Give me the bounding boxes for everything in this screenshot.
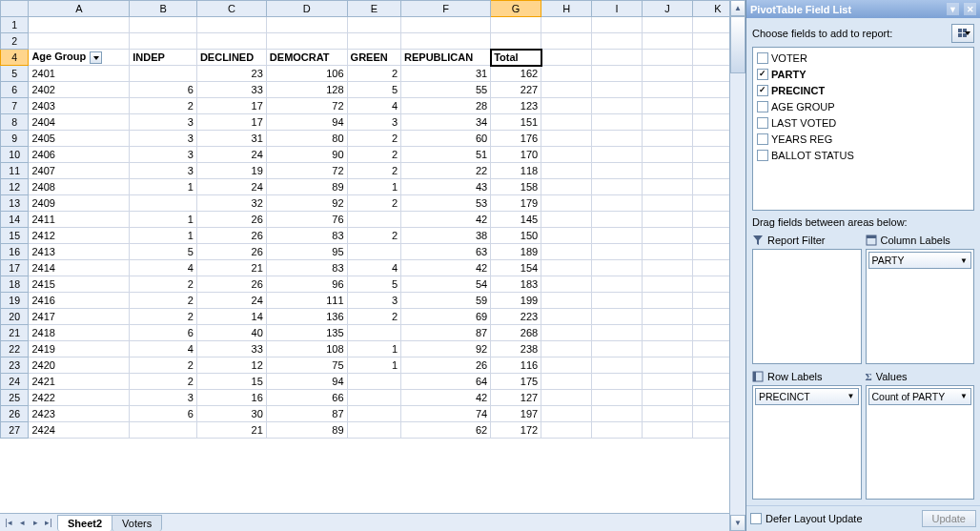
cell[interactable]: 116 [491, 357, 541, 374]
cell[interactable]: 64 [401, 374, 491, 390]
row-header[interactable]: 19 [1, 293, 29, 309]
cell[interactable]: 2404 [29, 114, 130, 131]
cell[interactable]: 17 [196, 98, 266, 114]
cell[interactable]: 2402 [29, 82, 130, 98]
cell[interactable] [643, 244, 693, 260]
cell[interactable] [692, 195, 729, 212]
row-header[interactable]: 8 [1, 114, 29, 131]
pane-dropdown-button[interactable]: ▼ [947, 3, 959, 15]
cell[interactable] [692, 422, 729, 439]
cell[interactable]: 24 [196, 293, 266, 309]
cell[interactable]: 33 [196, 341, 266, 357]
pivot-header-cell[interactable] [592, 50, 643, 66]
cell[interactable] [643, 341, 693, 357]
row-header[interactable]: 2 [1, 33, 29, 50]
cell[interactable]: 2407 [29, 163, 130, 179]
cell[interactable] [541, 244, 592, 260]
spreadsheet-grid[interactable]: ABCDEFGHIJK 124Age GroupINDEPDECLINEDDEM… [0, 0, 729, 439]
cell[interactable] [541, 82, 592, 98]
cell[interactable]: 90 [266, 147, 347, 163]
cell[interactable] [592, 212, 643, 228]
cell[interactable]: 145 [491, 212, 541, 228]
cell[interactable]: 2408 [29, 179, 130, 195]
cell[interactable]: 123 [491, 98, 541, 114]
cell[interactable] [541, 276, 592, 293]
cell[interactable] [643, 114, 693, 131]
cell[interactable] [643, 422, 693, 439]
scroll-thumb[interactable] [730, 16, 745, 73]
cell[interactable] [692, 341, 729, 357]
cell[interactable] [692, 325, 729, 341]
pivot-header-cell[interactable]: REPUBLICAN [401, 50, 491, 66]
cell[interactable]: 2414 [29, 260, 130, 276]
row-header[interactable]: 4 [1, 50, 29, 66]
cell[interactable]: 2424 [29, 422, 130, 439]
row-labels-area[interactable]: PRECINCT▼ [752, 385, 862, 500]
row-header[interactable]: 21 [1, 325, 29, 341]
pivot-header-cell[interactable] [643, 50, 693, 66]
cell[interactable] [643, 325, 693, 341]
cell[interactable] [130, 17, 197, 33]
field-item-voter[interactable]: VOTER [755, 50, 971, 66]
cell[interactable] [401, 17, 491, 33]
cell[interactable]: 2409 [29, 195, 130, 212]
cell[interactable]: 4 [130, 341, 197, 357]
cell[interactable] [347, 17, 400, 33]
cell[interactable]: 223 [491, 309, 541, 325]
row-header[interactable]: 13 [1, 195, 29, 212]
cell[interactable]: 199 [491, 293, 541, 309]
cell[interactable] [643, 293, 693, 309]
row-header[interactable]: 15 [1, 228, 29, 244]
cell[interactable]: 26 [401, 357, 491, 374]
area-field-chip[interactable]: PRECINCT▼ [755, 388, 859, 405]
cell[interactable] [592, 244, 643, 260]
sheet-tab-sheet2[interactable]: Sheet2 [57, 515, 112, 531]
cell[interactable]: 16 [196, 390, 266, 406]
cell[interactable]: 158 [491, 179, 541, 195]
cell[interactable] [347, 422, 400, 439]
cell[interactable]: 94 [266, 374, 347, 390]
cell[interactable]: 2416 [29, 293, 130, 309]
pivot-header-cell[interactable]: DEMOCRAT [266, 50, 347, 66]
cell[interactable]: 2 [347, 309, 400, 325]
cell[interactable] [592, 293, 643, 309]
row-header[interactable]: 20 [1, 309, 29, 325]
cell[interactable] [592, 163, 643, 179]
cell[interactable]: 2 [347, 228, 400, 244]
cell[interactable]: 2405 [29, 131, 130, 147]
row-header[interactable]: 14 [1, 212, 29, 228]
cell[interactable] [592, 114, 643, 131]
cell[interactable]: 96 [266, 276, 347, 293]
cell[interactable]: 2423 [29, 406, 130, 422]
column-header-F[interactable]: F [401, 1, 491, 17]
cell[interactable]: 2421 [29, 374, 130, 390]
cell[interactable]: 3 [347, 114, 400, 131]
field-list[interactable]: VOTER✓PARTY✓PRECINCTAGE GROUPLAST VOTEDY… [752, 47, 974, 211]
cell[interactable] [592, 309, 643, 325]
cell[interactable] [491, 33, 541, 50]
cell[interactable]: 6 [130, 82, 197, 98]
cell[interactable] [643, 131, 693, 147]
cell[interactable]: 2419 [29, 341, 130, 357]
cell[interactable] [643, 163, 693, 179]
cell[interactable]: 2 [130, 276, 197, 293]
cell[interactable]: 23 [196, 66, 266, 82]
tab-nav-first[interactable]: |◂ [2, 516, 15, 529]
cell[interactable] [266, 17, 347, 33]
cell[interactable] [541, 325, 592, 341]
cell[interactable] [643, 357, 693, 374]
cell[interactable] [541, 98, 592, 114]
column-header-D[interactable]: D [266, 1, 347, 17]
cell[interactable]: 89 [266, 179, 347, 195]
cell[interactable] [643, 147, 693, 163]
cell[interactable]: 42 [401, 212, 491, 228]
row-header[interactable]: 18 [1, 276, 29, 293]
cell[interactable]: 2401 [29, 66, 130, 82]
cell[interactable] [541, 260, 592, 276]
tab-nav-last[interactable]: ▸| [42, 516, 55, 529]
cell[interactable] [592, 422, 643, 439]
cell[interactable]: 34 [401, 114, 491, 131]
column-header-G[interactable]: G [491, 1, 541, 17]
cell[interactable]: 69 [401, 309, 491, 325]
field-item-precinct[interactable]: ✓PRECINCT [755, 82, 971, 98]
